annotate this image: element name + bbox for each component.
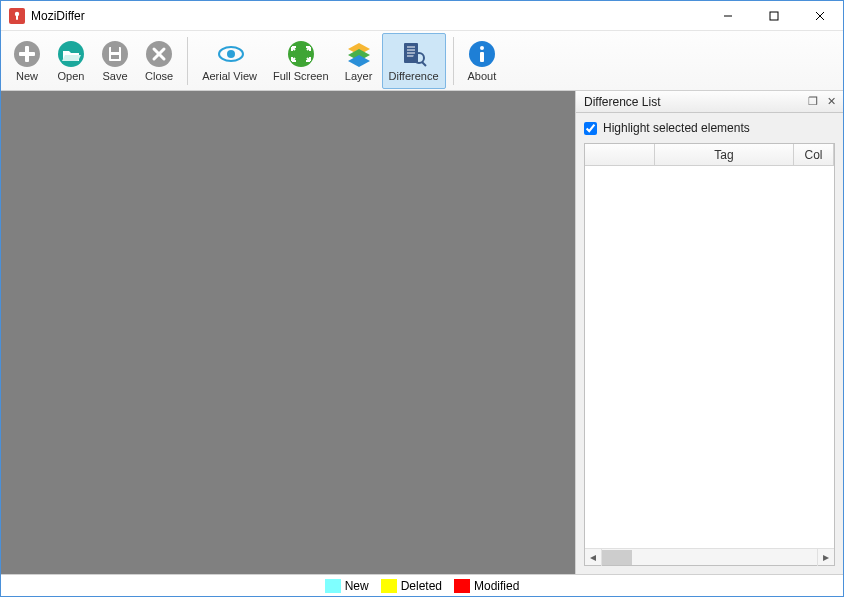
save-button[interactable]: Save <box>94 33 136 89</box>
legend-deleted: Deleted <box>381 579 442 593</box>
svg-rect-3 <box>770 12 778 20</box>
layer-label: Layer <box>345 70 373 82</box>
legend-new-label: New <box>345 579 369 593</box>
aerial-view-label: Aerial View <box>202 70 257 82</box>
difference-panel: Difference List ❐ ✕ Highlight selected e… <box>575 91 843 574</box>
highlight-checkbox[interactable] <box>584 122 597 135</box>
highlight-checkbox-row: Highlight selected elements <box>584 121 835 135</box>
about-label: About <box>468 70 497 82</box>
svg-line-26 <box>422 62 426 66</box>
panel-body: Highlight selected elements Tag Col ◂ ▸ <box>576 113 843 574</box>
scroll-thumb[interactable] <box>602 550 632 565</box>
svg-point-19 <box>288 41 314 67</box>
grid-header: Tag Col <box>585 144 834 166</box>
legend-deleted-label: Deleted <box>401 579 442 593</box>
layer-button[interactable]: Layer <box>338 33 380 89</box>
window-controls <box>705 1 843 31</box>
svg-point-18 <box>227 50 235 58</box>
statusbar: New Deleted Modified <box>1 574 843 596</box>
workarea: Difference List ❐ ✕ Highlight selected e… <box>1 91 843 574</box>
swatch-modified <box>454 579 470 593</box>
panel-title: Difference List <box>584 95 803 109</box>
difference-grid[interactable]: Tag Col ◂ ▸ <box>584 143 835 566</box>
svg-rect-29 <box>480 52 484 62</box>
aerial-view-button[interactable]: Aerial View <box>195 33 264 89</box>
maximize-button[interactable] <box>751 1 797 31</box>
legend-modified: Modified <box>454 579 519 593</box>
legend-new: New <box>325 579 369 593</box>
app-window: MoziDiffer New Open Save Close Aerial Vi… <box>0 0 844 597</box>
panel-header: Difference List ❐ ✕ <box>576 91 843 113</box>
close-icon <box>145 40 173 68</box>
svg-rect-1 <box>16 15 18 20</box>
app-title: MoziDiffer <box>31 9 705 23</box>
titlebar: MoziDiffer <box>1 1 843 31</box>
about-button[interactable]: About <box>461 33 504 89</box>
scroll-right-icon[interactable]: ▸ <box>817 549 834 566</box>
grid-col-1[interactable] <box>585 144 655 165</box>
grid-horizontal-scrollbar[interactable]: ◂ ▸ <box>585 548 834 565</box>
minimize-button[interactable] <box>705 1 751 31</box>
grid-col-tag[interactable]: Tag <box>655 144 794 165</box>
grid-body <box>585 166 834 548</box>
panel-close-button[interactable]: ✕ <box>823 94 839 110</box>
full-screen-label: Full Screen <box>273 70 329 82</box>
open-button[interactable]: Open <box>50 33 92 89</box>
close-button[interactable]: Close <box>138 33 180 89</box>
save-label: Save <box>102 70 127 82</box>
save-icon <box>101 40 129 68</box>
svg-rect-13 <box>111 55 119 59</box>
toolbar: New Open Save Close Aerial View Full Scr… <box>1 31 843 91</box>
difference-button[interactable]: Difference <box>382 33 446 89</box>
info-icon <box>468 40 496 68</box>
svg-rect-12 <box>111 47 119 52</box>
close-window-button[interactable] <box>797 1 843 31</box>
legend-modified-label: Modified <box>474 579 519 593</box>
close-label: Close <box>145 70 173 82</box>
plus-icon <box>13 40 41 68</box>
new-button[interactable]: New <box>6 33 48 89</box>
grid-col-col[interactable]: Col <box>794 144 834 165</box>
full-screen-button[interactable]: Full Screen <box>266 33 336 89</box>
open-label: Open <box>58 70 85 82</box>
scroll-left-icon[interactable]: ◂ <box>585 549 602 566</box>
toolbar-separator <box>187 37 188 85</box>
app-icon <box>9 8 25 24</box>
difference-icon <box>400 40 428 68</box>
swatch-deleted <box>381 579 397 593</box>
canvas-viewport[interactable] <box>1 91 575 574</box>
panel-float-button[interactable]: ❐ <box>805 94 821 110</box>
layers-icon <box>345 40 373 68</box>
swatch-new <box>325 579 341 593</box>
svg-rect-8 <box>19 52 35 56</box>
fullscreen-icon <box>287 40 315 68</box>
svg-point-28 <box>480 46 484 50</box>
toolbar-separator <box>453 37 454 85</box>
folder-open-icon <box>57 40 85 68</box>
new-label: New <box>16 70 38 82</box>
eye-icon <box>216 40 244 68</box>
difference-label: Difference <box>389 70 439 82</box>
highlight-label: Highlight selected elements <box>603 121 750 135</box>
